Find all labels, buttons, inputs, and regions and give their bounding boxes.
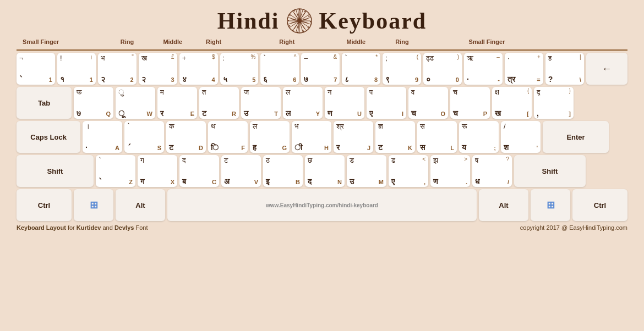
key-l[interactable]: स सL: [417, 121, 457, 153]
key-6[interactable]: ˋ^ ६6: [260, 53, 299, 85]
title-part1: Hindi: [217, 8, 280, 34]
footer: Keyboard Layout for Kurtidev and Devlys …: [17, 224, 627, 231]
key-j[interactable]: श्र रJ: [334, 121, 373, 153]
finger-labels-row: Small Finger Ring Middle Right Right Mid…: [17, 38, 627, 49]
title-area: Hindi: [217, 8, 427, 34]
key-4[interactable]: +$ ४4: [179, 53, 218, 85]
svg-point-42: [288, 25, 290, 26]
finger-divider: [17, 49, 627, 51]
ashoka-wheel-icon: [286, 8, 313, 34]
windows-right-key[interactable]: ⊞: [531, 189, 570, 221]
key-q[interactable]: फ ७Q: [74, 87, 113, 119]
enter-key[interactable]: Enter: [543, 121, 609, 153]
key-0[interactable]: ढ्ढ) ०0: [423, 53, 462, 85]
alt-left-key[interactable]: Alt: [116, 189, 165, 221]
key-slash[interactable]: ष? ध/: [472, 155, 512, 187]
windows-left-key[interactable]: ⊞: [74, 189, 113, 221]
finger-label-middle-r: Middle: [346, 38, 365, 45]
key-d[interactable]: क टD: [166, 121, 206, 153]
key-k[interactable]: ज्ञ टK: [375, 121, 415, 153]
key-comma[interactable]: ढ< ए,: [389, 155, 428, 187]
number-row: ¬ ˋ1 !। १1 भ" २2 ख£ २3 +$ ४4: [17, 53, 627, 85]
footer-right: copyright 2017 @ EasyHindiTyping.com: [520, 224, 627, 231]
bottom-row: Ctrl ⊞ Alt www.EasyHindiTyping.com/hindi…: [17, 189, 627, 221]
finger-label-small-finger-r: Small Finger: [468, 38, 505, 45]
key-h[interactable]: भ ीH: [292, 121, 331, 153]
spacebar-key[interactable]: www.EasyHindiTyping.com/hindi-keyboard: [167, 189, 477, 221]
finger-label-ring-r: Ring: [395, 38, 408, 45]
svg-point-41: [292, 30, 293, 31]
tab-key[interactable]: Tab: [17, 87, 72, 119]
key-period[interactable]: झ> ण.: [430, 155, 470, 187]
ctrl-left-key[interactable]: Ctrl: [17, 189, 72, 221]
asdf-row: Caps Lock । ·A ˋ ˊS क टD थ िF: [17, 121, 627, 153]
footer-left: Keyboard Layout for Kurtidev and Devlys …: [17, 224, 148, 231]
key-g[interactable]: ल हG: [250, 121, 290, 153]
key-o[interactable]: व चO: [408, 87, 448, 119]
key-7[interactable]: –& ७7: [301, 53, 340, 85]
key-x[interactable]: ग गX: [138, 155, 177, 187]
windows-icon-left: ⊞: [90, 199, 98, 211]
svg-point-36: [308, 15, 309, 16]
key-bracket-close[interactable]: द्व} ,]: [534, 87, 574, 119]
key-r[interactable]: त टR: [199, 87, 239, 119]
key-9[interactable]: ;( ९9: [383, 53, 421, 85]
finger-label-small-finger-l: Small Finger: [23, 38, 59, 45]
svg-point-39: [303, 31, 304, 32]
keyboard: ¬ ˋ1 !। १1 भ" २2 ख£ २3 +$ ४4: [17, 53, 627, 221]
finger-label-ring-l: Ring: [121, 38, 134, 45]
key-z[interactable]: ˋ ˋZ: [96, 155, 135, 187]
key-equals[interactable]: ·+ त्र=: [505, 53, 543, 85]
key-m[interactable]: ड उM: [347, 155, 386, 187]
backspace-key[interactable]: ←: [586, 53, 627, 85]
key-p[interactable]: च चP: [450, 87, 490, 119]
key-3[interactable]: ख£ २3: [139, 53, 177, 85]
windows-icon-right: ⊞: [547, 199, 555, 211]
svg-point-38: [307, 26, 308, 27]
key-bracket-open[interactable]: क्ष{ ख[: [492, 87, 532, 119]
title-part2: Keyboard: [319, 8, 427, 34]
key-backtick[interactable]: ¬ ˋ1: [17, 53, 55, 85]
url-label: www.EasyHindiTyping.com/hindi-keyboard: [266, 202, 378, 208]
key-u[interactable]: न णU: [325, 87, 364, 119]
svg-point-45: [293, 10, 294, 12]
key-semicolon[interactable]: रू य;: [459, 121, 499, 153]
key-1[interactable]: !। १1: [57, 53, 96, 85]
key-minus[interactable]: ऋ– ·-: [464, 53, 503, 85]
key-w[interactable]: ु ूW: [116, 87, 155, 119]
svg-point-44: [289, 14, 290, 15]
alt-right-key[interactable]: Alt: [479, 189, 528, 221]
key-5[interactable]: :% ५5: [220, 53, 259, 85]
zxcv-row: Shift ˋ ˋZ ग गX द बC ट अV: [17, 155, 627, 187]
key-backslash[interactable]: ह| ?\: [545, 53, 584, 85]
key-y[interactable]: ल लY: [283, 87, 323, 119]
caps-lock-key[interactable]: Caps Lock: [17, 121, 80, 153]
key-quote[interactable]: / श': [501, 121, 541, 153]
key-b[interactable]: ठ इB: [263, 155, 303, 187]
key-v[interactable]: ट अV: [221, 155, 261, 187]
svg-point-43: [287, 20, 288, 21]
svg-point-37: [309, 21, 310, 22]
qwerty-row: Tab फ ७Q ु ूW म रE त टR: [17, 87, 627, 119]
key-n[interactable]: छ दN: [305, 155, 345, 187]
finger-label-right-r: Right: [279, 38, 294, 45]
svg-point-34: [298, 9, 299, 10]
shift-left-key[interactable]: Shift: [17, 155, 94, 187]
key-2[interactable]: भ" २2: [98, 53, 137, 85]
finger-label-right-l: Right: [206, 38, 221, 45]
key-c[interactable]: द बC: [179, 155, 219, 187]
ctrl-right-key[interactable]: Ctrl: [572, 189, 627, 221]
key-i[interactable]: प एI: [367, 87, 406, 119]
key-e[interactable]: म रE: [157, 87, 197, 119]
key-8[interactable]: ˋ* ८8: [342, 53, 380, 85]
key-s[interactable]: ˋ ˊS: [124, 121, 164, 153]
key-f[interactable]: थ िF: [208, 121, 248, 153]
svg-point-35: [304, 11, 305, 12]
key-t[interactable]: ज उT: [241, 87, 281, 119]
finger-label-middle-l: Middle: [163, 38, 182, 45]
shift-right-key[interactable]: Shift: [514, 155, 586, 187]
key-a[interactable]: । ·A: [83, 121, 122, 153]
svg-point-40: [297, 31, 298, 32]
